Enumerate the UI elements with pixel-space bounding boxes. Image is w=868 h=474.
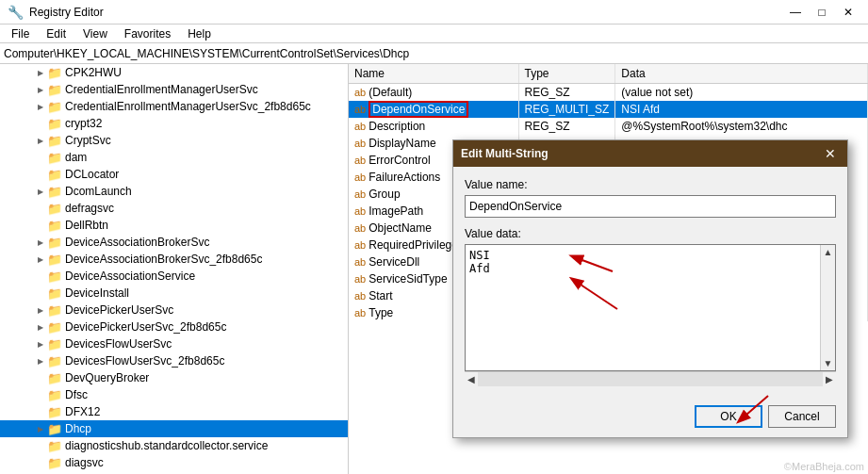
registry-name-cell: abDependOnService [349,101,518,118]
cancel-button[interactable]: Cancel [768,405,836,428]
registry-type-icon: ab [354,307,366,319]
folder-icon: 📁 [47,354,62,368]
folder-icon: 📁 [47,270,62,284]
table-row[interactable]: abDescriptionREG_SZ@%SystemRoot%\system3… [349,118,868,135]
scroll-right-icon[interactable]: ▶ [823,374,836,384]
tree-item-label: DevicePickerUserSvc [65,303,173,317]
folder-icon: 📁 [47,286,62,301]
registry-type-icon: ab [354,172,366,183]
col-header-data: Data [615,64,868,83]
registry-type-cell: REG_SZ [518,118,615,135]
menu-help[interactable]: Help [180,25,219,43]
folder-icon: 📁 [47,405,62,419]
tree-arrow-icon: ▶ [34,255,47,264]
folder-icon: 📁 [47,168,62,182]
tree-item[interactable]: 📁DellRbtn [0,217,348,234]
menu-file[interactable]: File [4,25,37,43]
tree-item[interactable]: 📁DCLocator [0,166,348,183]
tree-item[interactable]: 📁defragsvc [0,200,348,217]
folder-icon: 📁 [47,117,62,131]
tree-arrow-icon: ▶ [34,340,47,349]
tree-item[interactable]: 📁crypt32 [0,115,348,132]
close-button[interactable]: ✕ [836,4,860,21]
value-data-label: Value data: [465,227,836,240]
tree-item[interactable]: ▶📁DevicePickerUserSvc [0,302,348,319]
tree-item[interactable]: ▶📁DeviceAssociationBrokerSvc [0,234,348,251]
folder-icon: 📁 [47,151,62,165]
horizontal-scrollbar[interactable]: ◀ ▶ [465,371,836,386]
tree-item-label: CPK2HWU [65,66,122,79]
tree-arrow-icon: ▶ [34,69,47,77]
table-row[interactable]: ab(Default)REG_SZ(value not set) [349,83,868,101]
hscroll-track[interactable] [478,372,823,386]
registry-type-icon: ab [354,205,366,217]
scroll-up-icon[interactable]: ▲ [822,245,835,259]
tree-item[interactable]: ▶📁DeviceAssociationBrokerSvc_2fb8d65c [0,251,348,268]
title-bar: 🔧 Registry Editor — □ ✕ [0,0,868,25]
registry-type-cell: REG_SZ [518,83,615,101]
registry-name-cell: ab(Default) [349,83,518,101]
title-bar-controls: — □ ✕ [783,4,860,21]
value-data-textarea[interactable] [466,245,820,368]
tree-item[interactable]: ▶📁CredentialEnrollmentManagerUserSvc [0,81,348,98]
table-row[interactable]: abDependOnServiceREG_MULTI_SZNSI Afd [349,101,868,118]
registry-data-cell: @%SystemRoot%\system32\dhc [615,118,868,135]
tree-item-label: dam [65,151,87,164]
ok-button[interactable]: OK [695,405,762,428]
app-icon: 🔧 [8,5,24,20]
value-name-input[interactable] [465,195,836,218]
dialog-close-button[interactable]: ✕ [821,144,840,163]
tree-item[interactable]: 📁diagsvc [0,454,348,471]
tree-item[interactable]: 📁DFX12 [0,403,348,420]
tree-item-label: DeviceAssociationService [65,270,195,283]
textarea-scrollbar[interactable]: ▲ ▼ [820,245,835,370]
registry-name-cell: abDescription [349,118,518,135]
menu-view[interactable]: View [75,25,115,43]
tree-item[interactable]: 📁DeviceAssociationService [0,268,348,285]
tree-item-label: CryptSvc [65,134,111,147]
tree-item[interactable]: ▶📁DevicesFlowUserSvc [0,335,348,352]
tree-item[interactable]: 📁dam [0,149,348,166]
folder-icon: 📁 [47,388,62,402]
folder-icon: 📁 [47,100,62,114]
menu-favorites[interactable]: Favorites [117,25,178,43]
tree-item-label: DeviceAssociationBrokerSvc_2fb8d65c [65,253,262,266]
tree-item-label: diagnosticshub.standardcollector.service [65,439,268,452]
tree-item[interactable]: 📁DevQueryBroker [0,369,348,386]
tree-arrow-icon: ▶ [34,323,47,332]
tree-arrow-icon: ▶ [34,357,47,366]
tree-item[interactable]: ▶📁CryptSvc [0,132,348,149]
tree-item[interactable]: ▶📁DevicePickerUserSvc_2fb8d65c [0,319,348,335]
tree-arrow-icon: ▶ [34,425,47,433]
tree-item[interactable]: ▶📁CPK2HWU [0,64,348,81]
folder-icon: 📁 [47,219,62,233]
folder-icon: 📁 [47,66,62,80]
tree-item[interactable]: 📁diagnosticshub.standardcollector.servic… [0,437,348,454]
scroll-left-icon[interactable]: ◀ [465,374,478,384]
tree-arrow-icon: ▶ [34,238,47,247]
folder-icon: 📁 [47,320,62,335]
menu-edit[interactable]: Edit [39,25,74,43]
tree-item[interactable]: ▶📁DevicesFlowUserSvc_2fb8d65c [0,352,348,369]
maximize-button[interactable]: □ [810,4,834,21]
tree-item-label: Dfsc [65,388,88,401]
minimize-button[interactable]: — [783,4,808,21]
edit-multistring-dialog[interactable]: Edit Multi-String ✕ Value name: Value da… [452,139,848,438]
tree-scroll[interactable]: ▶📁CPK2HWU▶📁CredentialEnrollmentManagerUs… [0,64,348,474]
tree-item-label: DevicesFlowUserSvc [65,337,172,351]
tree-item[interactable]: ▶📁CredentialEnrollmentManagerUserSvc_2fb… [0,98,348,115]
dialog-footer: OK Cancel [453,398,847,437]
tree-item[interactable]: 📁DeviceInstall [0,285,348,302]
registry-type-icon: ab [354,138,366,149]
folder-icon: 📁 [47,134,62,148]
tree-item[interactable]: ▶📁Dhcp [0,420,348,437]
tree-item-label: CredentialEnrollmentManagerUserSvc [65,83,258,96]
tree-item-label: DevQueryBroker [65,371,149,384]
app-title: Registry Editor [29,6,104,19]
registry-type-icon: ab [354,273,366,285]
tree-item[interactable]: 📁Dfsc [0,386,348,403]
address-bar: Computer\HKEY_LOCAL_MACHINE\SYSTEM\Curre… [0,43,868,64]
tree-item[interactable]: ▶📁DcomLaunch [0,183,348,200]
registry-type-icon: ab [354,239,366,251]
scroll-down-icon[interactable]: ▼ [822,356,835,370]
